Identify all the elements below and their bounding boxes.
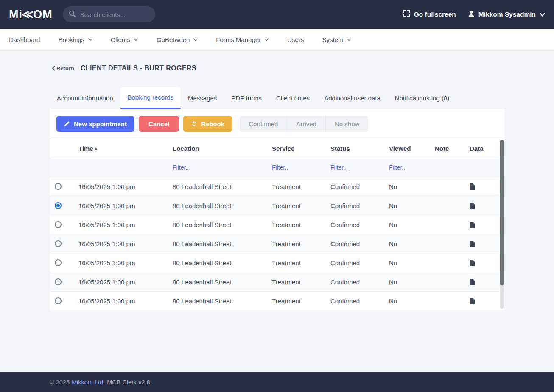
cell-data[interactable] bbox=[463, 203, 504, 209]
booking-table-row[interactable]: 16/05/2025 1:00 pm 80 Leadenhall Street … bbox=[50, 177, 504, 196]
logo-text-right: OM bbox=[33, 8, 53, 21]
tab-pdf-forms[interactable]: PDF forms bbox=[224, 87, 269, 109]
main-nav: Dashboard Bookings Clients GoBetween For… bbox=[0, 29, 554, 51]
user-icon bbox=[468, 10, 475, 19]
cell-data[interactable] bbox=[463, 298, 504, 304]
filter-link-service[interactable]: Filter.. bbox=[272, 164, 288, 171]
cell-viewed: No bbox=[383, 202, 428, 209]
filter-link-viewed[interactable]: Filter.. bbox=[389, 164, 405, 171]
tab-messages[interactable]: Messages bbox=[181, 87, 224, 109]
pencil-icon bbox=[64, 121, 70, 127]
rebook-button[interactable]: Rebook bbox=[183, 116, 232, 132]
user-menu[interactable]: Mikkom Sysadmin bbox=[468, 10, 545, 19]
row-select-cell bbox=[50, 202, 72, 209]
tab-booking-records[interactable]: Booking records bbox=[120, 87, 181, 109]
booking-table-row[interactable]: 16/05/2025 1:00 pm 80 Leadenhall Street … bbox=[50, 272, 504, 291]
company-link[interactable]: Mikkom Ltd. bbox=[72, 379, 105, 386]
booking-table-row[interactable]: 16/05/2025 1:00 pm 80 Leadenhall Street … bbox=[50, 234, 504, 253]
row-select-radio[interactable] bbox=[55, 202, 62, 209]
cell-location: 80 Leadenhall Street bbox=[166, 278, 266, 286]
row-select-radio[interactable] bbox=[55, 297, 62, 304]
user-name-label: Mikkom Sysadmin bbox=[478, 11, 536, 18]
row-select-cell bbox=[50, 297, 72, 304]
cell-data[interactable] bbox=[463, 183, 504, 190]
rebook-refresh-icon bbox=[191, 121, 197, 127]
cell-data[interactable] bbox=[463, 241, 504, 247]
tab-account-information[interactable]: Account information bbox=[50, 87, 120, 109]
cell-status: Confirmed bbox=[324, 240, 383, 247]
confirmed-button[interactable]: Confirmed bbox=[240, 116, 287, 132]
table-scrollbar-thumb[interactable] bbox=[500, 140, 504, 285]
nav-item-dashboard[interactable]: Dashboard bbox=[9, 36, 40, 43]
return-link[interactable]: Return bbox=[52, 65, 74, 72]
cell-service: Treatment bbox=[266, 202, 324, 209]
nav-label: Bookings bbox=[58, 36, 84, 43]
booking-table-row[interactable]: 16/05/2025 1:00 pm 80 Leadenhall Street … bbox=[50, 196, 504, 215]
cell-data[interactable] bbox=[463, 260, 504, 266]
row-select-cell bbox=[50, 183, 72, 190]
column-label: Viewed bbox=[389, 145, 411, 152]
cancel-button[interactable]: Cancel bbox=[139, 116, 179, 132]
footer: © 2025 Mikkom Ltd. MCB Clerk v2.8 bbox=[0, 372, 554, 392]
booking-table-row[interactable]: 16/05/2025 1:00 pm 80 Leadenhall Street … bbox=[50, 253, 504, 272]
nav-item-clients[interactable]: Clients bbox=[111, 36, 138, 43]
row-select-radio[interactable] bbox=[55, 183, 62, 190]
new-appointment-button[interactable]: New appointment bbox=[56, 116, 134, 132]
nav-label: GoBetween bbox=[157, 36, 190, 43]
column-header-time[interactable]: Time▲ bbox=[72, 145, 166, 152]
row-select-radio[interactable] bbox=[55, 278, 62, 285]
row-select-radio[interactable] bbox=[55, 221, 62, 228]
arrived-button[interactable]: Arrived bbox=[287, 116, 326, 132]
logo-text-left: Mi bbox=[9, 8, 22, 21]
nav-item-system[interactable]: System bbox=[322, 36, 351, 43]
go-fullscreen-button[interactable]: Go fullscreen bbox=[403, 10, 456, 19]
data-file-icon bbox=[470, 279, 475, 285]
nav-label: Users bbox=[287, 36, 304, 43]
search-input[interactable] bbox=[80, 11, 149, 18]
new-appointment-label: New appointment bbox=[74, 120, 127, 128]
table-scrollbar-track[interactable] bbox=[500, 140, 504, 309]
chevron-down-icon bbox=[193, 38, 198, 41]
nav-item-users[interactable]: Users bbox=[287, 36, 304, 43]
fullscreen-label: Go fullscreen bbox=[414, 11, 456, 18]
column-header-viewed[interactable]: Viewed bbox=[383, 145, 428, 152]
cell-status: Confirmed bbox=[324, 183, 383, 190]
cell-location: 80 Leadenhall Street bbox=[166, 221, 266, 228]
booking-table-row[interactable]: 16/05/2025 1:00 pm 80 Leadenhall Street … bbox=[50, 291, 504, 310]
column-header-status[interactable]: Status bbox=[324, 145, 383, 152]
cell-data[interactable] bbox=[463, 222, 504, 228]
filter-link-location[interactable]: Filter.. bbox=[173, 164, 189, 171]
logo-chevrons-icon: ≪ bbox=[22, 8, 34, 21]
row-select-radio[interactable] bbox=[55, 259, 62, 266]
nav-item-gobetween[interactable]: GoBetween bbox=[157, 36, 198, 43]
chevron-down-icon bbox=[347, 38, 351, 41]
filter-link-status[interactable]: Filter.. bbox=[330, 164, 347, 171]
cell-time: 16/05/2025 1:00 pm bbox=[72, 202, 166, 209]
page-content: Return CLIENT DETAILS - BURT ROGERS Acco… bbox=[0, 51, 554, 372]
row-select-radio[interactable] bbox=[55, 240, 62, 247]
data-file-icon bbox=[470, 183, 475, 190]
nav-item-bookings[interactable]: Bookings bbox=[58, 36, 92, 43]
cell-status: Confirmed bbox=[324, 202, 383, 209]
tab-notifications-log[interactable]: Notifications log (8) bbox=[388, 87, 456, 109]
chevron-left-icon bbox=[52, 66, 55, 71]
client-search[interactable] bbox=[63, 6, 155, 22]
tab-additional-user-data[interactable]: Additional user data bbox=[317, 87, 388, 109]
tab-client-notes[interactable]: Client notes bbox=[269, 87, 317, 109]
no-show-button[interactable]: No show bbox=[326, 116, 368, 132]
user-caret-down-icon bbox=[540, 11, 545, 18]
copyright-text: © 2025 bbox=[50, 379, 70, 386]
cell-status: Confirmed bbox=[324, 278, 383, 286]
nav-item-forms-manager[interactable]: Forms Manager bbox=[216, 36, 269, 43]
mikkom-logo[interactable]: Mi≪OM bbox=[9, 8, 53, 21]
column-header-service[interactable]: Service bbox=[266, 145, 324, 152]
column-header-location[interactable]: Location bbox=[166, 145, 266, 152]
column-label: Note bbox=[435, 145, 449, 152]
cell-viewed: No bbox=[383, 183, 428, 190]
booking-toolbar: New appointment Cancel Rebook Confirmed … bbox=[50, 109, 504, 139]
cell-viewed: No bbox=[383, 240, 428, 247]
booking-table-row[interactable]: 16/05/2025 1:00 pm 80 Leadenhall Street … bbox=[50, 215, 504, 234]
cell-data[interactable] bbox=[463, 279, 504, 285]
cell-service: Treatment bbox=[266, 259, 324, 267]
return-label: Return bbox=[56, 65, 74, 72]
